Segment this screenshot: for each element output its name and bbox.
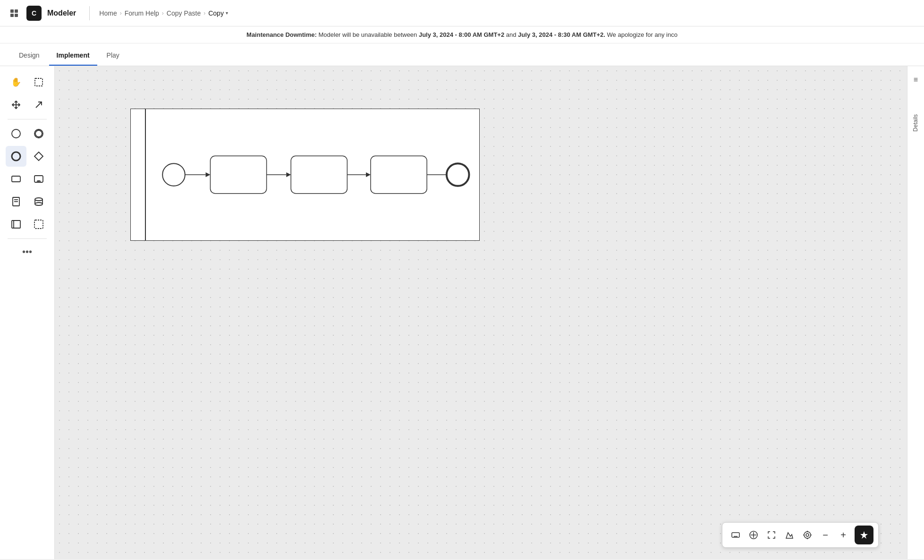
breadcrumb-sep-3: › xyxy=(203,10,205,17)
tool-row-7 xyxy=(4,214,51,235)
tool-row-1: ✋ xyxy=(4,72,51,93)
svg-marker-34 xyxy=(286,172,291,177)
breadcrumb-sep-2: › xyxy=(162,10,164,17)
svg-rect-4 xyxy=(35,78,42,86)
annotation-button[interactable] xyxy=(6,191,26,212)
zoom-in-button[interactable]: + xyxy=(835,526,852,543)
svg-marker-31 xyxy=(206,172,211,177)
svg-marker-50 xyxy=(786,533,793,538)
app-name: Modeler xyxy=(47,9,76,17)
tool-separator-2 xyxy=(8,238,47,239)
task-button[interactable] xyxy=(6,169,26,189)
tab-play[interactable]: Play xyxy=(99,51,127,66)
svg-rect-26 xyxy=(12,221,20,228)
tool-row-5 xyxy=(4,169,51,189)
left-toolbar: ✋ xyxy=(0,66,55,559)
svg-rect-2 xyxy=(10,14,14,17)
data-store-button[interactable] xyxy=(28,191,49,212)
details-tab-button[interactable]: Details xyxy=(908,107,924,139)
svg-marker-37 xyxy=(366,172,371,177)
svg-point-8 xyxy=(12,129,20,138)
svg-rect-1 xyxy=(15,9,18,13)
ai-assistant-button[interactable] xyxy=(855,526,873,544)
svg-rect-35 xyxy=(291,156,347,193)
svg-rect-0 xyxy=(10,9,14,13)
topbar: C Modeler Home › Forum Help › Copy Paste… xyxy=(0,0,924,26)
tool-row-6 xyxy=(4,191,51,212)
more-tools-button[interactable]: ••• xyxy=(4,243,51,261)
tool-separator-1 xyxy=(8,119,47,119)
breadcrumb-home[interactable]: Home xyxy=(99,9,117,17)
main-area: ✋ xyxy=(0,66,924,559)
zoom-out-button[interactable]: − xyxy=(817,526,834,543)
tool-row-2 xyxy=(4,94,51,115)
start-event-button[interactable] xyxy=(6,123,26,144)
group-button[interactable] xyxy=(28,214,49,235)
tabs-bar: Design Implement Play xyxy=(0,43,924,66)
app-grid-button[interactable] xyxy=(8,7,21,20)
move-tool-button[interactable] xyxy=(6,94,26,115)
right-sidebar: ≡ Details xyxy=(907,66,924,559)
connect-button[interactable] xyxy=(745,526,762,543)
svg-rect-38 xyxy=(371,156,427,193)
svg-point-22 xyxy=(35,198,42,201)
chevron-down-icon: ▾ xyxy=(226,10,228,16)
svg-rect-32 xyxy=(210,156,266,193)
svg-rect-3 xyxy=(15,14,18,17)
hand-tool-button[interactable]: ✋ xyxy=(6,72,26,93)
select-tool-button[interactable] xyxy=(28,72,49,93)
maintenance-banner: Maintenance Downtime: Modeler will be un… xyxy=(0,26,924,43)
breadcrumb-current[interactable]: Copy ▾ xyxy=(208,9,228,17)
bpmn-svg xyxy=(131,109,479,240)
svg-marker-57 xyxy=(860,531,868,539)
fullscreen-button[interactable] xyxy=(763,526,780,543)
keyboard-shortcut-button[interactable] xyxy=(727,526,744,543)
intermediate-event-button[interactable] xyxy=(28,123,49,144)
svg-point-10 xyxy=(35,130,42,137)
end-event-button[interactable] xyxy=(6,146,26,167)
arrow-tool-button[interactable] xyxy=(28,94,49,115)
gateway-button[interactable] xyxy=(28,146,49,167)
bpmn-pool xyxy=(130,109,480,241)
pool-button[interactable] xyxy=(6,214,26,235)
svg-rect-28 xyxy=(34,220,43,229)
minimap-button[interactable] xyxy=(781,526,798,543)
bottom-toolbar: − + xyxy=(722,522,879,548)
bpmn-diagram-container xyxy=(130,109,480,241)
breadcrumb-copy-paste[interactable]: Copy Paste xyxy=(167,9,201,17)
svg-point-29 xyxy=(162,163,185,186)
svg-point-51 xyxy=(804,532,811,538)
tab-implement[interactable]: Implement xyxy=(49,51,97,66)
tab-design[interactable]: Design xyxy=(11,51,47,66)
svg-point-41 xyxy=(447,163,469,186)
svg-point-25 xyxy=(35,203,42,205)
logo-badge: C xyxy=(26,6,42,21)
svg-line-7 xyxy=(36,102,42,108)
nav-divider xyxy=(89,6,90,20)
center-button[interactable] xyxy=(799,526,816,543)
breadcrumb-sep-1: › xyxy=(120,10,122,17)
breadcrumb: Home › Forum Help › Copy Paste › Copy ▾ xyxy=(99,9,228,17)
sidebar-menu-icon[interactable]: ≡ xyxy=(910,72,922,88)
breadcrumb-forum-help[interactable]: Forum Help xyxy=(125,9,159,17)
tool-row-3 xyxy=(4,123,51,144)
svg-marker-12 xyxy=(34,152,43,161)
tool-row-4 xyxy=(4,146,51,167)
subprocess-button[interactable] xyxy=(28,169,49,189)
svg-rect-13 xyxy=(12,176,20,182)
svg-point-11 xyxy=(12,152,20,161)
canvas-area[interactable]: − + xyxy=(55,66,907,559)
svg-point-52 xyxy=(806,534,809,536)
